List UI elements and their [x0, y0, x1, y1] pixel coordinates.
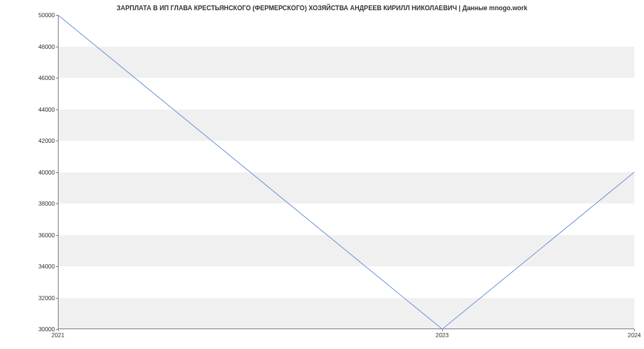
x-tick-label: 2024 — [628, 332, 641, 338]
y-tick-mark — [56, 78, 58, 78]
x-tick-mark — [442, 329, 443, 331]
y-tick-label: 30000 — [6, 326, 55, 332]
x-tick-label: 2023 — [436, 332, 449, 338]
y-tick-label: 42000 — [6, 137, 55, 144]
y-tick-mark — [56, 47, 58, 47]
chart-title: ЗАРПЛАТА В ИП ГЛАВА КРЕСТЬЯНСКОГО (ФЕРМЕ… — [0, 4, 644, 12]
y-tick-label: 38000 — [6, 200, 55, 207]
y-tick-mark — [56, 172, 58, 173]
y-tick-label: 44000 — [6, 106, 55, 113]
y-tick-label: 46000 — [6, 75, 55, 81]
y-tick-mark — [56, 203, 58, 204]
y-tick-label: 48000 — [6, 43, 55, 50]
y-tick-label: 32000 — [6, 295, 55, 301]
y-tick-mark — [56, 298, 58, 299]
y-tick-mark — [56, 110, 58, 110]
x-tick-label: 2021 — [52, 332, 64, 338]
x-tick-mark — [634, 329, 635, 331]
y-tick-label: 50000 — [6, 12, 55, 18]
y-tick-mark — [56, 15, 58, 16]
y-tick-mark — [56, 266, 58, 267]
chart-plot-area — [58, 15, 634, 329]
y-tick-label: 34000 — [6, 263, 55, 270]
y-tick-mark — [56, 235, 58, 236]
y-tick-label: 40000 — [6, 169, 55, 176]
y-tick-mark — [56, 141, 58, 141]
line-series — [58, 15, 634, 329]
y-tick-label: 36000 — [6, 232, 55, 238]
x-tick-mark — [58, 329, 58, 331]
